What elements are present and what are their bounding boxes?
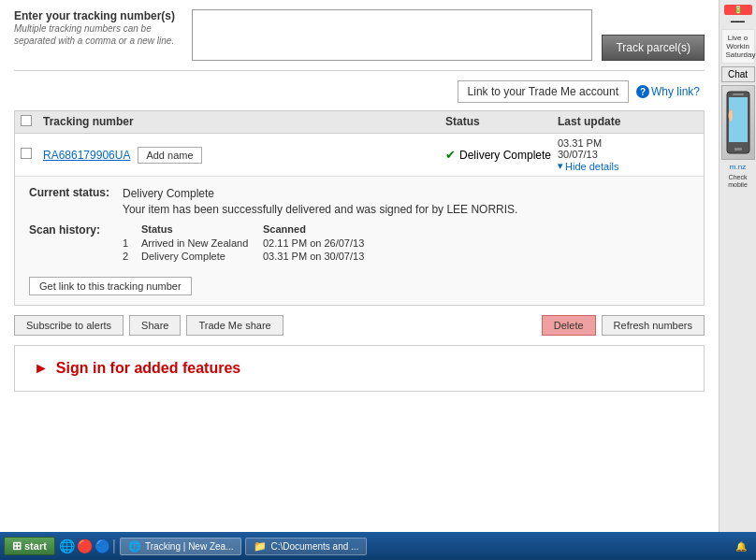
scan-status-1: Arrived in New Zealand bbox=[141, 237, 263, 249]
live-help-title: Live o bbox=[726, 34, 750, 42]
scan-history-label: Scan history: bbox=[29, 223, 113, 264]
help-icon: ? bbox=[636, 85, 649, 98]
signal-icon-row: ━━━ bbox=[731, 18, 745, 26]
last-update-line1: 03.31 PM bbox=[558, 137, 698, 149]
scan-col-num bbox=[123, 223, 141, 235]
live-help-box: Live o Workin Saturday bbox=[721, 29, 755, 64]
scan-scanned-2: 03.31 PM on 30/07/13 bbox=[263, 251, 364, 262]
sign-in-arrow-icon: ► bbox=[34, 360, 49, 377]
signal-icon: ━━━ bbox=[731, 18, 745, 26]
row-checkbox[interactable] bbox=[21, 148, 32, 159]
row-number-cell: RA686179906UA Add name bbox=[43, 147, 445, 164]
scan-status-2: Delivery Complete bbox=[141, 251, 263, 262]
svg-rect-3 bbox=[733, 93, 744, 95]
hide-details-text: Hide details bbox=[565, 161, 618, 172]
tracking-row: RA686179906UA Add name ✔ Delivery Comple… bbox=[14, 133, 705, 306]
svg-rect-2 bbox=[734, 148, 742, 151]
start-label: start bbox=[24, 540, 47, 552]
last-update-line2: 30/07/13 bbox=[558, 149, 698, 160]
taskbar: ⊞ start 🌐 🔴 🔵 | 🌐 Tracking | New Zea... … bbox=[0, 532, 756, 560]
ie-blue-icon[interactable]: 🔵 bbox=[94, 538, 110, 553]
action-buttons-row: Subscribe to alerts Share Trade Me share… bbox=[14, 315, 705, 336]
windows-logo-icon: ⊞ bbox=[12, 539, 22, 553]
trademe-link-button[interactable]: Link to your Trade Me account bbox=[458, 80, 629, 103]
ie-icon[interactable]: 🌐 bbox=[59, 538, 75, 553]
scan-num-2: 2 bbox=[123, 251, 141, 262]
header-tracking-number: Tracking number bbox=[43, 115, 445, 129]
taskbar-quick-launch: 🌐 🔴 🔵 | bbox=[59, 538, 116, 554]
folder-taskbar-icon: 📁 bbox=[254, 540, 267, 553]
subscribe-alerts-button[interactable]: Subscribe to alerts bbox=[14, 315, 124, 336]
browser-icon-2[interactable]: 🔴 bbox=[77, 538, 93, 553]
current-status-value: Delivery Complete bbox=[123, 186, 517, 202]
hide-details-link[interactable]: ▾ Hide details bbox=[558, 160, 698, 172]
mz-label: m.nz bbox=[730, 163, 746, 171]
delete-button[interactable]: Delete bbox=[542, 315, 596, 336]
header-status: Status bbox=[445, 115, 558, 129]
live-help-sub: Workin Saturday bbox=[726, 42, 750, 59]
ie-taskbar-icon: 🌐 bbox=[128, 540, 141, 553]
scan-row-2: 2 Delivery Complete 03.31 PM on 30/07/13 bbox=[123, 251, 364, 262]
hide-arrow-icon: ▾ bbox=[558, 160, 563, 172]
battery-icon: 🔋 bbox=[724, 5, 752, 15]
table-header: Tracking number Status Last update bbox=[14, 110, 705, 133]
why-link-text: Why link? bbox=[651, 85, 700, 98]
taskbar-item-documents[interactable]: 📁 C:\Documents and ... bbox=[245, 538, 367, 555]
sign-in-section[interactable]: ► Sign in for added features bbox=[14, 345, 705, 392]
row-checkbox-cell bbox=[21, 148, 43, 162]
share-button[interactable]: Share bbox=[129, 315, 181, 336]
right-panel: 🔋 ━━━ Live o Workin Saturday Chat m.nz C… bbox=[719, 0, 756, 532]
track-parcel-button[interactable]: Track parcel(s) bbox=[602, 35, 705, 61]
row-last-update-cell: 03.31 PM 30/07/13 ▾ Hide details bbox=[558, 137, 698, 172]
current-status-value-block: Delivery Complete Your item has been suc… bbox=[123, 186, 517, 218]
trademe-share-button[interactable]: Trade Me share bbox=[186, 315, 283, 336]
get-link-button[interactable]: Get link to this tracking number bbox=[29, 277, 192, 295]
status-text: Delivery Complete bbox=[459, 149, 551, 162]
tracking-textarea[interactable] bbox=[192, 9, 592, 61]
scan-col-status-header: Status bbox=[141, 223, 263, 235]
system-tray: 🔔 bbox=[730, 541, 752, 552]
tracking-details: Current status: Delivery Complete Your i… bbox=[15, 176, 704, 305]
row-status-cell: ✔ Delivery Complete bbox=[445, 148, 558, 162]
header-checkbox[interactable] bbox=[21, 115, 32, 126]
why-link-anchor[interactable]: ? Why link? bbox=[636, 85, 700, 98]
scan-scanned-1: 02.11 PM on 26/07/13 bbox=[263, 237, 364, 249]
chat-button[interactable]: Chat bbox=[721, 66, 755, 82]
add-name-button[interactable]: Add name bbox=[138, 147, 201, 164]
header-last-update: Last update bbox=[558, 115, 698, 129]
scan-row-1: 1 Arrived in New Zealand 02.11 PM on 26/… bbox=[123, 237, 364, 249]
start-button[interactable]: ⊞ start bbox=[4, 537, 55, 555]
header-checkbox-cell bbox=[21, 115, 43, 129]
check-icon: ✔ bbox=[445, 148, 456, 162]
quick-launch-separator: | bbox=[112, 538, 116, 554]
scan-history-table: Status Scanned 1 Arrived in New Zealand … bbox=[123, 223, 364, 264]
taskbar-item-tracking-label: Tracking | New Zea... bbox=[145, 541, 233, 552]
phone-image bbox=[721, 85, 755, 160]
tracking-input-label: Enter your tracking number(s) bbox=[14, 9, 182, 22]
taskbar-item-documents-label: C:\Documents and ... bbox=[270, 541, 358, 552]
refresh-button[interactable]: Refresh numbers bbox=[602, 315, 705, 336]
tracking-number-link[interactable]: RA686179906UA bbox=[43, 149, 130, 162]
phone-svg bbox=[725, 90, 751, 155]
mz-sub: Check mobile bbox=[720, 174, 756, 190]
scan-col-scanned-header: Scanned bbox=[263, 223, 364, 235]
sign-in-text: Sign in for added features bbox=[56, 360, 240, 377]
current-status-desc: Your item has been successfully delivere… bbox=[123, 202, 517, 218]
tracking-input-sublabel: Multiple tracking numbers can be separat… bbox=[14, 22, 182, 47]
taskbar-item-tracking[interactable]: 🌐 Tracking | New Zea... bbox=[120, 538, 241, 555]
current-status-label: Current status: bbox=[29, 186, 113, 218]
scan-num-1: 1 bbox=[123, 237, 141, 249]
